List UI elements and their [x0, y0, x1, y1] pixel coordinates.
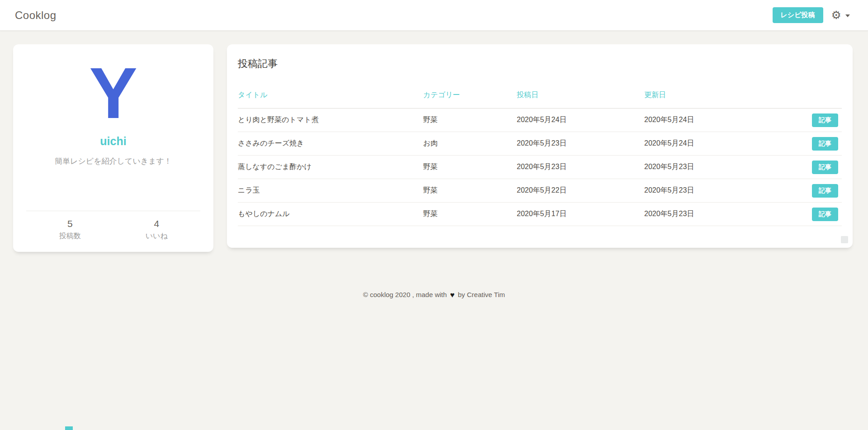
- gear-icon: ⚙: [831, 9, 841, 21]
- profile-username: uichi: [100, 135, 126, 148]
- bottom-edge-fragment: [65, 426, 73, 430]
- stat-posts-value: 5: [27, 218, 113, 229]
- profile-bio: 簡単レシピを紹介していきます！: [55, 156, 172, 166]
- cell-posted: 2020年5月17日: [517, 203, 644, 226]
- cell-category: 野菜: [423, 109, 517, 132]
- profile-card: Y uichi 簡単レシピを紹介していきます！ 5 投稿数 4 いいね: [13, 44, 213, 252]
- stat-posts-label: 投稿数: [27, 232, 113, 241]
- cell-title: とり肉と野菜のトマト煮: [238, 109, 423, 132]
- avatar-letter: Y: [89, 57, 137, 129]
- cell-category: 野菜: [423, 179, 517, 203]
- navbar: Cooklog レシピ投稿 ⚙: [0, 0, 868, 31]
- footer-text-after: by Creative Tim: [458, 291, 505, 298]
- article-button[interactable]: 記事: [812, 208, 838, 221]
- settings-dropdown-toggle[interactable]: ⚙: [831, 9, 850, 21]
- cell-updated: 2020年5月24日: [644, 132, 780, 156]
- cell-action: 記事: [780, 179, 842, 203]
- article-button[interactable]: 記事: [812, 184, 838, 198]
- cell-posted: 2020年5月22日: [517, 179, 644, 203]
- column-header-category: カテゴリー: [423, 84, 517, 109]
- table-row: ささみのチーズ焼き お肉 2020年5月23日 2020年5月24日 記事: [238, 132, 842, 156]
- column-header-title: タイトル: [238, 84, 423, 109]
- stat-likes-label: いいね: [113, 232, 200, 241]
- recipe-post-button[interactable]: レシピ投稿: [773, 7, 823, 23]
- cell-updated: 2020年5月24日: [644, 109, 780, 132]
- cell-action: 記事: [780, 132, 842, 156]
- scrollbar-corner: [841, 236, 848, 243]
- footer-text-before: © cooklog 2020 , made with: [363, 291, 447, 298]
- cell-title: もやしのナムル: [238, 203, 423, 226]
- stat-posts: 5 投稿数: [27, 218, 113, 241]
- cell-updated: 2020年5月23日: [644, 156, 780, 179]
- stat-likes: 4 いいね: [113, 218, 200, 241]
- stat-likes-value: 4: [113, 218, 200, 229]
- table-row: 蒸しなすのごま酢かけ 野菜 2020年5月23日 2020年5月23日 記事: [238, 156, 842, 179]
- cell-category: 野菜: [423, 203, 517, 226]
- cell-action: 記事: [780, 203, 842, 226]
- cell-updated: 2020年5月23日: [644, 179, 780, 203]
- cell-posted: 2020年5月24日: [517, 109, 644, 132]
- column-header-updated: 更新日: [644, 84, 780, 109]
- cell-category: 野菜: [423, 156, 517, 179]
- cell-posted: 2020年5月23日: [517, 156, 644, 179]
- cell-title: 蒸しなすのごま酢かけ: [238, 156, 423, 179]
- posts-table-header: タイトル カテゴリー 投稿日 更新日: [238, 84, 842, 109]
- cell-action: 記事: [780, 156, 842, 179]
- cell-updated: 2020年5月23日: [644, 203, 780, 226]
- table-row: とり肉と野菜のトマト煮 野菜 2020年5月24日 2020年5月24日 記事: [238, 109, 842, 132]
- posts-title: 投稿記事: [238, 57, 842, 71]
- column-header-action: [780, 84, 842, 109]
- heart-icon: ♥: [450, 291, 455, 299]
- article-button[interactable]: 記事: [812, 137, 838, 151]
- profile-stats: 5 投稿数 4 いいね: [13, 211, 213, 252]
- main-content: Y uichi 簡単レシピを紹介していきます！ 5 投稿数 4 いいね 投稿記事: [0, 31, 868, 252]
- article-button[interactable]: 記事: [812, 161, 838, 174]
- chevron-down-icon: [845, 14, 850, 17]
- cell-title: ニラ玉: [238, 179, 423, 203]
- table-row: ニラ玉 野菜 2020年5月22日 2020年5月23日 記事: [238, 179, 842, 203]
- cell-category: お肉: [423, 132, 517, 156]
- cell-posted: 2020年5月23日: [517, 132, 644, 156]
- article-button[interactable]: 記事: [812, 113, 838, 127]
- posts-card: 投稿記事 タイトル カテゴリー 投稿日 更新日 とり肉と野菜のトマト煮: [227, 44, 853, 248]
- posts-table: タイトル カテゴリー 投稿日 更新日 とり肉と野菜のトマト煮 野菜 2020年5…: [238, 84, 842, 226]
- column-header-posted: 投稿日: [517, 84, 644, 109]
- table-row: もやしのナムル 野菜 2020年5月17日 2020年5月23日 記事: [238, 203, 842, 226]
- footer: © cooklog 2020 , made with ♥ by Creative…: [0, 291, 868, 300]
- posts-table-body: とり肉と野菜のトマト煮 野菜 2020年5月24日 2020年5月24日 記事 …: [238, 109, 842, 226]
- cell-action: 記事: [780, 109, 842, 132]
- navbar-actions: レシピ投稿 ⚙: [773, 7, 850, 23]
- cell-title: ささみのチーズ焼き: [238, 132, 423, 156]
- brand-logo[interactable]: Cooklog: [15, 9, 57, 22]
